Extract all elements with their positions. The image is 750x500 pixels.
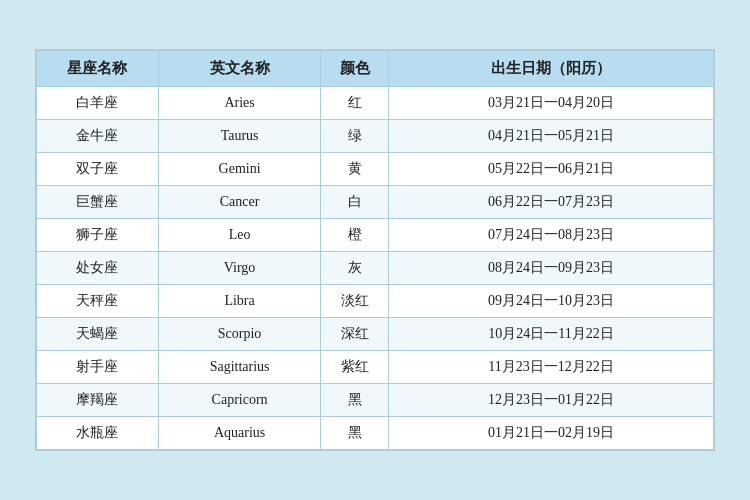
cell-english: Virgo [158,252,320,285]
header-date: 出生日期（阳历） [389,51,714,87]
table-row: 双子座Gemini黄05月22日一06月21日 [37,153,714,186]
table-row: 水瓶座Aquarius黑01月21日一02月19日 [37,417,714,450]
cell-english: Gemini [158,153,320,186]
cell-english: Cancer [158,186,320,219]
cell-date: 09月24日一10月23日 [389,285,714,318]
table-row: 天蝎座Scorpio深红10月24日一11月22日 [37,318,714,351]
cell-date: 11月23日一12月22日 [389,351,714,384]
cell-color: 黄 [321,153,389,186]
zodiac-table: 星座名称 英文名称 颜色 出生日期（阳历） 白羊座Aries红03月21日一04… [36,50,714,450]
cell-color: 深红 [321,318,389,351]
table-row: 处女座Virgo灰08月24日一09月23日 [37,252,714,285]
cell-chinese: 射手座 [37,351,159,384]
cell-chinese: 双子座 [37,153,159,186]
cell-date: 10月24日一11月22日 [389,318,714,351]
cell-english: Taurus [158,120,320,153]
cell-color: 灰 [321,252,389,285]
cell-color: 黑 [321,384,389,417]
cell-color: 红 [321,87,389,120]
header-english: 英文名称 [158,51,320,87]
cell-chinese: 水瓶座 [37,417,159,450]
cell-chinese: 天秤座 [37,285,159,318]
cell-chinese: 白羊座 [37,87,159,120]
cell-chinese: 金牛座 [37,120,159,153]
table-row: 白羊座Aries红03月21日一04月20日 [37,87,714,120]
header-color: 颜色 [321,51,389,87]
cell-date: 04月21日一05月21日 [389,120,714,153]
table-row: 天秤座Libra淡红09月24日一10月23日 [37,285,714,318]
cell-date: 06月22日一07月23日 [389,186,714,219]
cell-color: 紫红 [321,351,389,384]
cell-color: 淡红 [321,285,389,318]
cell-chinese: 处女座 [37,252,159,285]
cell-date: 07月24日一08月23日 [389,219,714,252]
cell-chinese: 摩羯座 [37,384,159,417]
cell-english: Leo [158,219,320,252]
table-row: 射手座Sagittarius紫红11月23日一12月22日 [37,351,714,384]
cell-english: Capricorn [158,384,320,417]
table-row: 摩羯座Capricorn黑12月23日一01月22日 [37,384,714,417]
cell-color: 绿 [321,120,389,153]
cell-date: 05月22日一06月21日 [389,153,714,186]
cell-english: Aries [158,87,320,120]
table-body: 白羊座Aries红03月21日一04月20日金牛座Taurus绿04月21日一0… [37,87,714,450]
table-row: 狮子座Leo橙07月24日一08月23日 [37,219,714,252]
cell-date: 08月24日一09月23日 [389,252,714,285]
cell-english: Scorpio [158,318,320,351]
cell-date: 12月23日一01月22日 [389,384,714,417]
header-chinese: 星座名称 [37,51,159,87]
cell-date: 01月21日一02月19日 [389,417,714,450]
table-row: 巨蟹座Cancer白06月22日一07月23日 [37,186,714,219]
cell-color: 黑 [321,417,389,450]
table-header-row: 星座名称 英文名称 颜色 出生日期（阳历） [37,51,714,87]
table-row: 金牛座Taurus绿04月21日一05月21日 [37,120,714,153]
cell-english: Libra [158,285,320,318]
cell-chinese: 狮子座 [37,219,159,252]
cell-date: 03月21日一04月20日 [389,87,714,120]
cell-chinese: 巨蟹座 [37,186,159,219]
zodiac-table-container: 星座名称 英文名称 颜色 出生日期（阳历） 白羊座Aries红03月21日一04… [35,49,715,451]
cell-color: 白 [321,186,389,219]
cell-chinese: 天蝎座 [37,318,159,351]
cell-english: Aquarius [158,417,320,450]
cell-english: Sagittarius [158,351,320,384]
cell-color: 橙 [321,219,389,252]
